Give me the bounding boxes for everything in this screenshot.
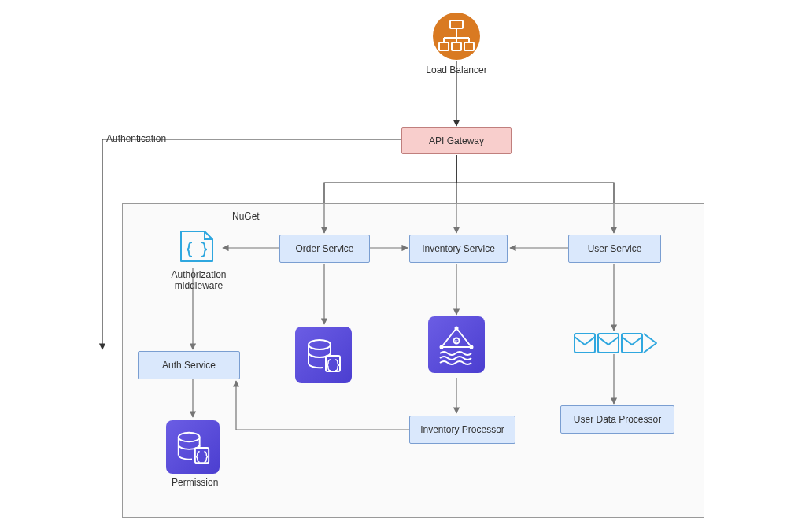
inventory-service-label: Inventory Service (422, 243, 495, 254)
svg-rect-31 (598, 334, 619, 353)
database-code-icon (166, 420, 220, 474)
api-gateway-label: API Gateway (429, 135, 484, 146)
svg-point-25 (455, 327, 459, 331)
inventory-processor-label: Inventory Processor (420, 424, 504, 435)
svg-point-23 (309, 340, 331, 349)
order-service: Order Service (279, 235, 370, 263)
load-balancer-label: Load Balancer (425, 65, 488, 76)
inventory-service: Inventory Service (409, 235, 508, 263)
order-service-label: Order Service (295, 243, 353, 254)
api-gateway: API Gateway (401, 127, 512, 154)
load-balancer-icon (431, 11, 482, 61)
svg-rect-32 (622, 334, 642, 353)
auth-service: Auth Service (138, 351, 240, 379)
database-code-icon (295, 327, 352, 383)
auth-middleware-label: Authorization middleware (165, 269, 232, 291)
inventory-processor: Inventory Processor (409, 416, 515, 444)
code-braces-icon (175, 227, 218, 266)
svg-point-27 (440, 345, 444, 349)
user-data-processor: User Data Processor (560, 405, 674, 434)
message-queue-icon (573, 331, 660, 356)
svg-point-26 (470, 345, 474, 349)
kinesis-stream-icon: K (428, 316, 485, 373)
svg-text:K: K (455, 339, 458, 344)
svg-rect-30 (575, 334, 595, 353)
auth-service-label: Auth Service (162, 360, 216, 371)
nuget-container-label: NuGet (232, 211, 260, 222)
user-data-processor-label: User Data Processor (574, 414, 661, 425)
permission-label: Permission (172, 477, 218, 488)
user-service: User Service (568, 235, 661, 263)
svg-point-33 (179, 433, 200, 442)
authentication-edge-label: Authentication (106, 133, 166, 144)
user-service-label: User Service (588, 243, 642, 254)
